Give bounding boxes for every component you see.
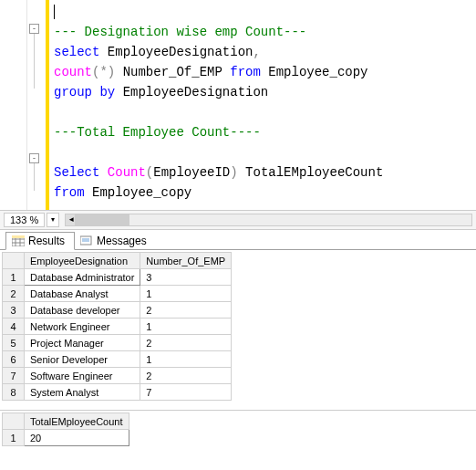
table-row[interactable]: 8System Analyst7 — [3, 384, 232, 401]
table: Employee_copy — [261, 65, 368, 79]
cell[interactable]: Project Manager — [25, 335, 140, 351]
scroll-thumb[interactable] — [75, 214, 129, 225]
zoom-bar: 133 % ▾ ◄ — [0, 210, 476, 230]
star: * — [99, 65, 107, 79]
sql-editor[interactable]: - - --- Designation wise emp Count--- se… — [0, 0, 476, 210]
kw-count: Count — [108, 165, 146, 180]
outline-column: - - — [27, 0, 46, 210]
col: EmployeeDesignation — [99, 45, 253, 59]
results-grid-1-container: EmployeeDesignation Number_Of_EMP 1Datab… — [0, 250, 476, 411]
cell[interactable]: Database Analyst — [25, 286, 140, 302]
zoom-value[interactable]: 133 % — [4, 213, 45, 227]
cell[interactable]: 1 — [140, 351, 232, 368]
grid-header-row: TotalEMployeeCount — [3, 413, 129, 430]
table-row[interactable]: 4Network Engineer1 — [3, 319, 232, 335]
row-header[interactable]: 5 — [3, 335, 25, 351]
col-header[interactable]: EmployeeDesignation — [25, 253, 140, 269]
comma: , — [253, 45, 260, 59]
cell[interactable]: Software Engineer — [25, 368, 140, 384]
kw-from: from — [54, 185, 85, 200]
paren: ) — [230, 165, 237, 180]
outline-line-1 — [34, 34, 35, 89]
cell[interactable]: 2 — [140, 368, 232, 384]
cell[interactable]: Database Administrator — [25, 269, 140, 286]
grid-corner[interactable] — [3, 253, 25, 269]
row-header[interactable]: 4 — [3, 319, 25, 335]
col-header[interactable]: TotalEMployeeCount — [25, 413, 129, 430]
cell[interactable]: Network Engineer — [25, 319, 140, 335]
col: EmployeeDesignation — [115, 85, 268, 99]
editor-ruler — [0, 0, 27, 210]
tab-results[interactable]: Results — [5, 232, 75, 250]
horizontal-scrollbar[interactable]: ◄ — [65, 214, 472, 226]
table-row[interactable]: 6Senior Developer1 — [3, 351, 232, 368]
zoom-dropdown[interactable]: ▾ — [47, 213, 59, 227]
table-row[interactable]: 7Software Engineer2 — [3, 368, 232, 384]
cell[interactable]: 20 — [25, 430, 129, 446]
cell[interactable]: 1 — [140, 286, 232, 302]
table-row[interactable]: 3Database developer2 — [3, 302, 232, 319]
kw-group: group — [54, 85, 92, 99]
alias: TotalEMployeeCount — [238, 165, 384, 180]
tab-results-label: Results — [28, 235, 65, 247]
grid-header-row: EmployeeDesignation Number_Of_EMP — [3, 253, 232, 269]
cell[interactable]: System Analyst — [25, 384, 140, 401]
cell[interactable]: Senior Developer — [25, 351, 140, 368]
svg-rect-5 — [12, 235, 25, 238]
grid-corner[interactable] — [3, 413, 25, 430]
cell[interactable]: Database developer — [25, 302, 140, 319]
results-grid-1[interactable]: EmployeeDesignation Number_Of_EMP 1Datab… — [2, 252, 232, 401]
tab-messages[interactable]: Messages — [75, 233, 156, 249]
kw-select: select — [54, 45, 99, 59]
row-header[interactable]: 2 — [3, 286, 25, 302]
row-header[interactable]: 1 — [3, 430, 25, 446]
comment: --- Designation wise emp Count--- — [54, 25, 306, 39]
alias: Number_Of_EMP — [115, 65, 230, 79]
kw-select: Select — [54, 165, 99, 180]
comment: ---Total Employee Count---- — [54, 125, 261, 140]
collapse-toggle-1[interactable]: - — [29, 24, 39, 34]
row-header[interactable]: 6 — [3, 351, 25, 368]
table-row[interactable]: 2Database Analyst1 — [3, 286, 232, 302]
paren: ( — [146, 165, 153, 180]
row-header[interactable]: 7 — [3, 368, 25, 384]
col: EmployeeID — [153, 165, 230, 180]
results-grid-2[interactable]: TotalEMployeeCount 120 — [2, 413, 129, 446]
results-tabs: Results Messages — [0, 230, 476, 250]
table-row[interactable]: 5Project Manager2 — [3, 335, 232, 351]
col-header[interactable]: Number_Of_EMP — [140, 253, 232, 269]
kw-from: from — [230, 65, 261, 79]
cell[interactable]: 1 — [140, 319, 232, 335]
grid-icon — [12, 235, 25, 246]
messages-icon — [80, 235, 93, 246]
table: Employee_copy — [85, 185, 192, 200]
cell[interactable]: 2 — [140, 302, 232, 319]
row-header[interactable]: 1 — [3, 269, 25, 286]
cell[interactable]: 2 — [140, 335, 232, 351]
cell[interactable]: 3 — [140, 269, 232, 286]
results-grid-2-container: TotalEMployeeCount 120 — [0, 411, 476, 452]
tab-messages-label: Messages — [97, 235, 147, 247]
kw-by: by — [99, 85, 115, 99]
code-text[interactable]: --- Designation wise emp Count--- select… — [49, 0, 476, 210]
row-header[interactable]: 8 — [3, 384, 25, 401]
table-row[interactable]: 1Database Administrator3 — [3, 269, 232, 286]
row-header[interactable]: 3 — [3, 302, 25, 319]
outline-line-2 — [34, 163, 35, 191]
collapse-toggle-2[interactable]: - — [29, 153, 39, 163]
paren: ) — [108, 65, 115, 79]
kw-count: count — [54, 65, 92, 79]
cell[interactable]: 7 — [140, 384, 232, 401]
table-row[interactable]: 120 — [3, 430, 129, 446]
